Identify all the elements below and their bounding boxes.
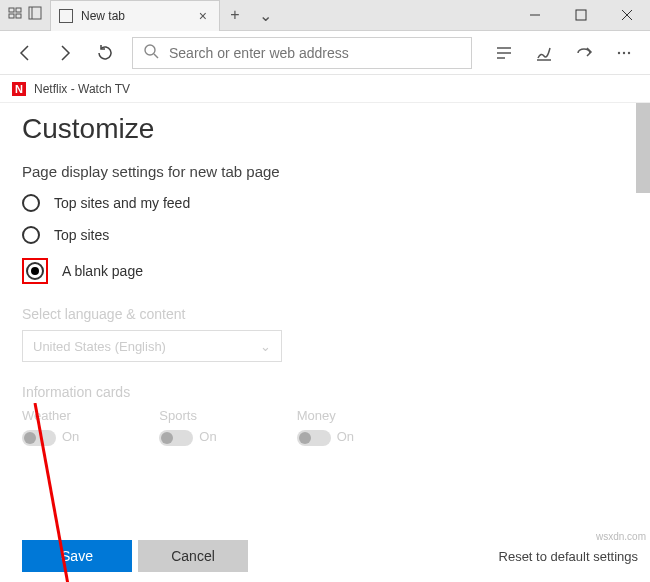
bookmarks-bar: N Netflix - Watch TV <box>0 75 650 103</box>
card-weather: Weather On <box>22 408 79 446</box>
svg-rect-2 <box>9 14 14 18</box>
option-blank-page[interactable]: A blank page <box>22 258 628 284</box>
window-titlebar: New tab × + ⌄ <box>0 0 650 31</box>
option-label: A blank page <box>62 263 143 279</box>
address-input[interactable] <box>169 45 461 61</box>
watermark: wsxdn.com <box>596 531 646 542</box>
window-controls <box>512 0 650 30</box>
tabs-chevron-icon[interactable]: ⌄ <box>250 0 280 30</box>
refresh-button[interactable] <box>88 36 122 70</box>
toggle-state: On <box>199 429 216 444</box>
option-top-sites-feed[interactable]: Top sites and my feed <box>22 194 628 212</box>
annotation-highlight <box>22 258 48 284</box>
task-view-icon[interactable] <box>8 6 22 24</box>
search-icon <box>143 43 159 63</box>
set-aside-icon[interactable] <box>28 6 42 24</box>
toggle-state: On <box>337 429 354 444</box>
language-value: United States (English) <box>33 339 166 354</box>
radio-icon <box>22 226 40 244</box>
footer-actions: Save Cancel Reset to default settings <box>22 540 638 572</box>
svg-rect-3 <box>16 14 21 18</box>
card-money: Money On <box>297 408 354 446</box>
cancel-button[interactable]: Cancel <box>138 540 248 572</box>
maximize-button[interactable] <box>558 0 604 30</box>
new-tab-button[interactable]: + <box>220 0 250 30</box>
share-icon[interactable] <box>566 36 602 70</box>
language-select: United States (English) ⌄ <box>22 330 282 362</box>
option-top-sites[interactable]: Top sites <box>22 226 628 244</box>
forward-button[interactable] <box>48 36 82 70</box>
reading-list-icon[interactable] <box>486 36 522 70</box>
page-icon <box>59 9 73 23</box>
cards-heading: Information cards <box>22 384 628 400</box>
tab-title: New tab <box>81 9 187 23</box>
card-label: Weather <box>22 408 79 423</box>
toggle-icon <box>22 430 56 446</box>
svg-rect-0 <box>9 8 14 12</box>
bookmark-item[interactable]: Netflix - Watch TV <box>34 82 130 96</box>
svg-point-10 <box>145 45 155 55</box>
toggle-icon <box>297 430 331 446</box>
save-button[interactable]: Save <box>22 540 132 572</box>
card-label: Sports <box>159 408 216 423</box>
radio-icon <box>22 194 40 212</box>
minimize-button[interactable] <box>512 0 558 30</box>
more-icon[interactable] <box>606 36 642 70</box>
titlebar-left <box>0 0 50 30</box>
card-sports: Sports On <box>159 408 216 446</box>
card-label: Money <box>297 408 354 423</box>
toggle-state: On <box>62 429 79 444</box>
section-subheading: Page display settings for new tab page <box>22 163 628 180</box>
browser-toolbar <box>0 31 650 75</box>
page-title: Customize <box>22 113 628 145</box>
radio-icon <box>26 262 44 280</box>
svg-line-11 <box>154 54 158 58</box>
cards-row: Weather On Sports On Money On <box>22 408 628 446</box>
toggle-icon <box>159 430 193 446</box>
back-button[interactable] <box>8 36 42 70</box>
browser-tab[interactable]: New tab × <box>50 0 220 31</box>
chevron-down-icon: ⌄ <box>260 339 271 354</box>
settings-panel: Customize Page display settings for new … <box>0 103 650 582</box>
close-window-button[interactable] <box>604 0 650 30</box>
language-heading: Select language & content <box>22 306 628 322</box>
svg-point-18 <box>628 51 630 53</box>
close-tab-icon[interactable]: × <box>195 8 211 24</box>
svg-rect-1 <box>16 8 21 12</box>
svg-point-17 <box>623 51 625 53</box>
notes-icon[interactable] <box>526 36 562 70</box>
option-label: Top sites <box>54 227 109 243</box>
address-bar[interactable] <box>132 37 472 69</box>
svg-rect-4 <box>29 7 41 19</box>
option-label: Top sites and my feed <box>54 195 190 211</box>
svg-point-16 <box>618 51 620 53</box>
scrollbar-thumb[interactable] <box>636 103 650 193</box>
netflix-icon: N <box>12 82 26 96</box>
svg-rect-7 <box>576 10 586 20</box>
reset-link[interactable]: Reset to default settings <box>499 549 638 564</box>
